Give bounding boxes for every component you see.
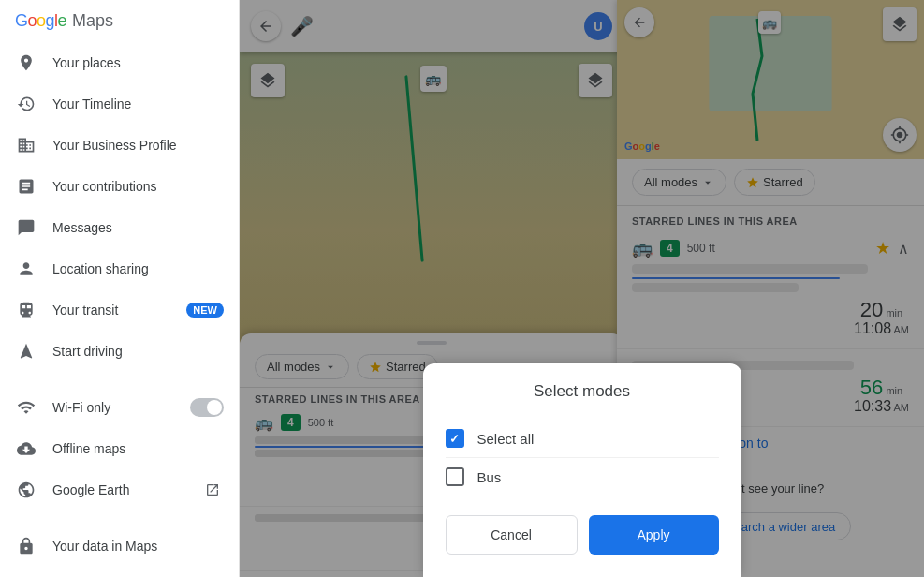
bus-checkbox[interactable]	[446, 467, 464, 486]
sidebar-item-google-earth[interactable]: Google Earth	[0, 469, 239, 510]
data-icon	[15, 535, 37, 557]
sidebar-item-label: Google Earth	[52, 482, 186, 497]
sidebar-item-label: Offline maps	[52, 441, 224, 456]
contributions-icon	[15, 175, 37, 198]
sidebar-item-your-timeline[interactable]: Your Timeline	[0, 83, 239, 125]
modal-overlay: Select modes ✓ Select all Bus Cancel App…	[240, 0, 924, 577]
sidebar-item-label: Your places	[52, 55, 224, 70]
sidebar-item-label: Location sharing	[52, 261, 224, 276]
offline-icon	[15, 437, 37, 460]
sidebar-item-offline-maps[interactable]: Offline maps	[0, 428, 239, 469]
transit-icon	[15, 299, 37, 321]
person-icon	[15, 258, 37, 280]
select-all-checkbox[interactable]: ✓	[446, 429, 464, 448]
select-all-option[interactable]: ✓ Select all	[446, 420, 719, 458]
business-icon	[15, 134, 37, 156]
bus-option[interactable]: Bus	[446, 458, 719, 496]
timeline-icon	[15, 93, 37, 115]
sidebar-item-your-transit[interactable]: Your transit NEW	[0, 289, 239, 331]
sidebar-item-label: Your Timeline	[52, 96, 224, 111]
sidebar-item-label: Messages	[52, 220, 224, 235]
sidebar-item-label: Your data in Maps	[52, 539, 224, 554]
sidebar-item-contributions[interactable]: Your contributions	[0, 166, 239, 207]
sidebar-item-start-driving[interactable]: Start driving	[0, 331, 239, 372]
app-name: Maps	[72, 11, 113, 31]
cancel-button[interactable]: Cancel	[446, 515, 578, 555]
sidebar-item-wifi[interactable]: Wi-Fi only	[0, 387, 239, 428]
modal-actions: Cancel Apply	[446, 515, 719, 555]
sidebar-item-label: Start driving	[52, 344, 224, 359]
app-logo: Google Maps	[0, 0, 239, 42]
pin-icon	[15, 52, 37, 74]
select-modes-modal: Select modes ✓ Select all Bus Cancel App…	[423, 363, 741, 577]
wifi-toggle[interactable]	[190, 398, 224, 417]
wifi-icon	[15, 396, 37, 419]
sidebar-item-label: Your Business Profile	[52, 138, 224, 153]
messages-icon	[15, 216, 37, 239]
sidebar-item-label: Your transit	[52, 303, 171, 318]
sidebar-item-messages[interactable]: Messages	[0, 207, 239, 248]
sidebar-item-label: Your contributions	[52, 179, 224, 194]
modal-title: Select modes	[446, 382, 719, 401]
sidebar-item-tips[interactable]: Tips and tricks	[0, 567, 239, 577]
sidebar-item-your-places[interactable]: Your places	[0, 42, 239, 83]
sidebar-item-label: Wi-Fi only	[52, 400, 175, 415]
earth-icon	[15, 479, 37, 501]
bus-label: Bus	[477, 469, 502, 485]
select-all-label: Select all	[477, 431, 535, 447]
external-link-icon	[201, 479, 224, 501]
sidebar-item-location-sharing[interactable]: Location sharing	[0, 248, 239, 289]
sidebar-item-business-profile[interactable]: Your Business Profile	[0, 125, 239, 166]
new-badge: NEW	[186, 303, 224, 318]
apply-button[interactable]: Apply	[589, 515, 719, 555]
sidebar: Google Maps Your places Your Timeline Yo…	[0, 0, 240, 577]
driving-icon	[15, 340, 37, 362]
sidebar-item-your-data[interactable]: Your data in Maps	[0, 525, 239, 567]
